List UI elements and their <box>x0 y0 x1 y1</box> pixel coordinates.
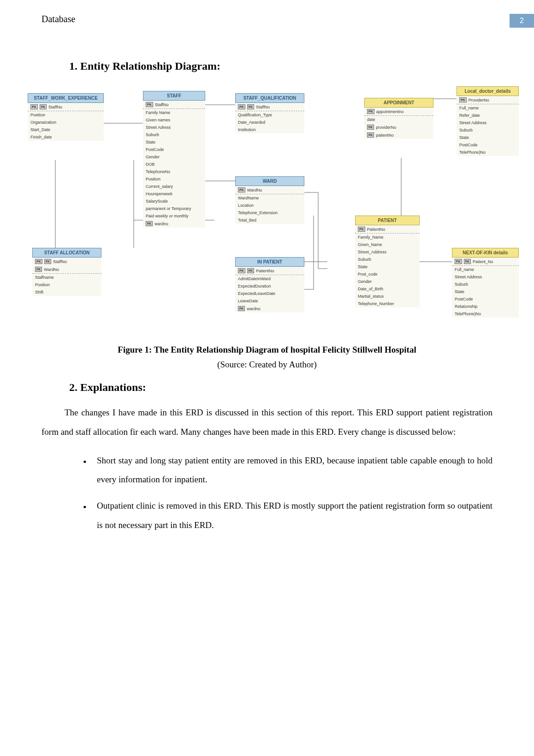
attr: Given_Name <box>358 242 382 247</box>
attr: Total_Bed <box>238 218 256 222</box>
entity-staff: STAFF PKStaffNo Family Name Given names … <box>143 91 205 228</box>
pk-badge: PK <box>30 104 38 109</box>
attr: wardno <box>154 222 168 226</box>
entity-header: PATIENT <box>355 216 420 225</box>
header-title: Database <box>42 14 75 24</box>
attr: ExpectedLeaveDate <box>238 291 275 296</box>
attr: TelePhone)No <box>459 150 486 155</box>
entity-header: APPOINMENT <box>364 98 433 108</box>
attr: Suburb <box>146 132 159 137</box>
attr: WardNo <box>44 267 59 272</box>
fk-badge: FK <box>40 104 47 109</box>
fk-badge: FK <box>44 259 51 264</box>
attr: Qualification_Type <box>238 113 272 117</box>
attr: Position <box>30 113 45 117</box>
attr: Current_salary <box>146 184 173 189</box>
page-header: Database 2 <box>0 0 534 37</box>
attr: Patient_No <box>473 259 493 264</box>
pk-badge: PK <box>459 97 467 102</box>
attr: Organaization <box>30 120 56 125</box>
attr: Gender <box>358 279 372 284</box>
content-area: 1. Entity Relationship Diagram: STAFF_WO… <box>0 60 534 535</box>
page-number-badge: 2 <box>510 14 534 28</box>
pk-badge: PK <box>238 187 245 192</box>
attr: Date_Awarded <box>238 120 265 125</box>
pk-badge: PK <box>35 259 42 264</box>
section-2-title: 2. Explanations: <box>69 381 492 394</box>
pk-badge: PK <box>146 102 153 107</box>
entity-ward: WARD PKWardNo WardName Location Telephon… <box>235 176 304 224</box>
attr: Position <box>35 282 50 287</box>
erd-diagram: STAFF_WORK_EXPERIENCE PKFKStaffNo Positi… <box>23 86 520 326</box>
attr: Gender <box>146 155 160 159</box>
attr: WardName <box>238 196 259 200</box>
attr: Family Name <box>146 110 170 115</box>
pk-badge: PK <box>455 259 462 264</box>
attr: Street_Address <box>358 250 386 254</box>
attr: TelePhone)No <box>455 312 481 316</box>
attr: Finish_date <box>30 135 52 139</box>
attr: Hoursperweek <box>146 192 172 196</box>
attr: StaffNo <box>155 102 169 107</box>
pk-badge: PK <box>358 227 365 232</box>
entity-local-doctor: Local_doctor_details PKProviderNo Full_n… <box>457 86 519 156</box>
attr: Paid weekly or monthly <box>146 214 189 218</box>
entity-staff-qualification: STAFF_QUALIFICATION PKFKStaffNo Qualific… <box>235 93 304 133</box>
attr: Family_Name <box>358 235 384 240</box>
attr: Street Address <box>455 275 482 279</box>
attr: Full_name <box>459 106 479 110</box>
fk-badge: FK <box>35 267 42 272</box>
attr: State <box>358 264 368 269</box>
entity-header: STAFF <box>143 91 205 101</box>
fk-badge: FK <box>367 132 374 138</box>
attr: Given names <box>146 118 170 122</box>
attr: WardNo <box>247 188 262 192</box>
attr: PostCode <box>455 297 473 301</box>
pk-badge: PK <box>238 268 245 273</box>
bullet-item-2: Outpatient clinic is removed in this ERD… <box>83 496 492 535</box>
attr: TelephoneNo <box>146 169 170 174</box>
fk-badge: FK <box>247 268 254 273</box>
attr: StaffNo <box>53 259 67 264</box>
attr: AdmitDateInWard <box>238 276 271 281</box>
attr: Suburb <box>358 257 371 262</box>
attr: Refer_date <box>459 113 480 118</box>
entity-next-of-kin: NEXT-OF-KIN details PKFKPatient_No Full_… <box>452 248 519 318</box>
fk-badge: FK <box>464 259 471 264</box>
attr: Street Adress <box>146 125 171 130</box>
attr: Start_Date <box>30 127 50 132</box>
attr: ExpectedDuration <box>238 284 271 288</box>
attr: patientNo <box>376 133 394 138</box>
attr: wardno <box>247 306 261 311</box>
attr: DOB <box>146 162 155 167</box>
entity-staff-work-experience: STAFF_WORK_EXPERIENCE PKFKStaffNo Positi… <box>28 93 104 141</box>
attr: Full_name <box>455 267 474 272</box>
entity-appointment: APPOINMENT PKappointmentno date FKprovid… <box>364 98 433 139</box>
attr: LeaveDate <box>238 299 258 303</box>
attr: Street Address <box>459 120 487 125</box>
entity-header: Local_doctor_details <box>457 86 519 96</box>
attr: Location <box>238 203 254 208</box>
entity-staff-allocation: STAFF ALLOCATION PKFKStaffNo FKWardNo St… <box>32 248 101 296</box>
attr: Suburb <box>459 128 473 132</box>
attr: ProviderNo <box>469 98 489 102</box>
attr: Martial_status <box>358 294 384 299</box>
entity-header: STAFF_WORK_EXPERIENCE <box>28 93 104 103</box>
attr: Relationship <box>455 304 478 309</box>
paragraph-1: The changes I have made in this ERD is d… <box>42 403 492 442</box>
fk-badge: FK <box>146 221 153 226</box>
source-caption: (Source: Created by Author) <box>42 360 492 370</box>
attr: PatientNo <box>256 269 274 273</box>
attr: appointmentno <box>376 109 404 114</box>
attr: State <box>146 140 155 144</box>
entity-header: NEXT-OF-KIN details <box>452 248 519 258</box>
attr: Date_of_Birth <box>358 287 383 291</box>
bullet-item-1: Short stay and long stay patient entity … <box>83 451 492 490</box>
attr: State <box>459 135 469 140</box>
attr: PostCode <box>459 143 478 147</box>
bullet-list: Short stay and long stay patient entity … <box>42 451 492 535</box>
attr: Telephone_Extension <box>238 210 278 215</box>
attr: StaffNo <box>48 105 62 109</box>
attr: date <box>367 117 375 122</box>
attr: SalaryScale <box>146 199 168 204</box>
